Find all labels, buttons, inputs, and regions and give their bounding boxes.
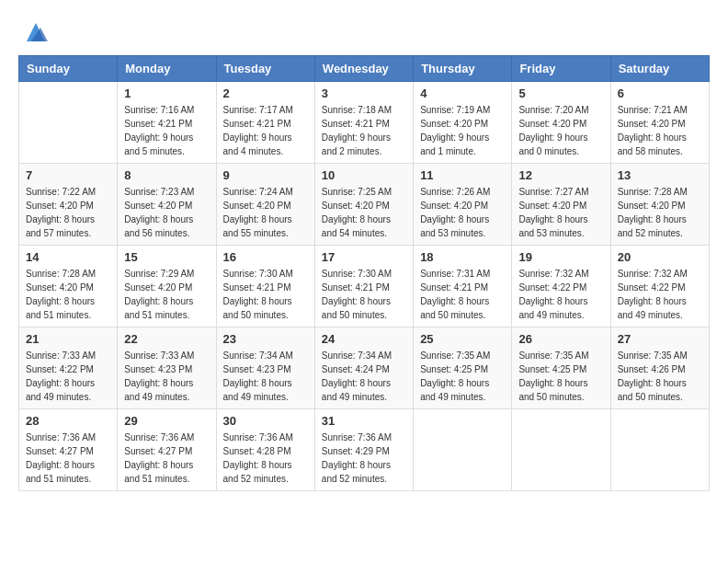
calendar-day-cell: [19, 82, 118, 164]
day-of-week-header: Sunday: [19, 56, 118, 82]
day-info: Sunrise: 7:28 AM Sunset: 4:20 PM Dayligh…: [618, 185, 702, 240]
calendar-day-cell: 15 Sunrise: 7:29 AM Sunset: 4:20 PM Dayl…: [118, 246, 216, 327]
day-info: Sunrise: 7:18 AM Sunset: 4:21 PM Dayligh…: [322, 103, 406, 158]
day-number: 30: [223, 414, 308, 428]
calendar-day-cell: 3 Sunrise: 7:18 AM Sunset: 4:21 PM Dayli…: [314, 82, 413, 164]
calendar-day-cell: 28 Sunrise: 7:36 AM Sunset: 4:27 PM Dayl…: [19, 409, 118, 491]
calendar-day-cell: 7 Sunrise: 7:22 AM Sunset: 4:20 PM Dayli…: [19, 164, 118, 246]
day-info: Sunrise: 7:29 AM Sunset: 4:20 PM Dayligh…: [124, 267, 209, 322]
calendar-day-cell: 12 Sunrise: 7:27 AM Sunset: 4:20 PM Dayl…: [512, 164, 610, 246]
day-number: 10: [322, 168, 406, 182]
calendar-week-row: 7 Sunrise: 7:22 AM Sunset: 4:20 PM Dayli…: [19, 164, 710, 246]
day-info: Sunrise: 7:27 AM Sunset: 4:20 PM Dayligh…: [518, 185, 603, 240]
day-number: 24: [322, 332, 406, 346]
calendar-day-cell: 4 Sunrise: 7:19 AM Sunset: 4:20 PM Dayli…: [414, 82, 512, 164]
calendar-day-cell: 30 Sunrise: 7:36 AM Sunset: 4:28 PM Dayl…: [216, 409, 314, 491]
logo-icon: [22, 18, 50, 46]
calendar-day-cell: 5 Sunrise: 7:20 AM Sunset: 4:20 PM Dayli…: [512, 82, 610, 164]
day-info: Sunrise: 7:36 AM Sunset: 4:27 PM Dayligh…: [26, 431, 110, 486]
day-number: 5: [518, 86, 603, 100]
day-info: Sunrise: 7:36 AM Sunset: 4:27 PM Dayligh…: [124, 431, 209, 486]
calendar-day-cell: 27 Sunrise: 7:35 AM Sunset: 4:26 PM Dayl…: [610, 327, 709, 409]
day-of-week-header: Tuesday: [216, 56, 314, 82]
calendar-week-row: 28 Sunrise: 7:36 AM Sunset: 4:27 PM Dayl…: [19, 409, 710, 491]
calendar-day-cell: 20 Sunrise: 7:32 AM Sunset: 4:22 PM Dayl…: [610, 246, 709, 327]
calendar-day-cell: 21 Sunrise: 7:33 AM Sunset: 4:22 PM Dayl…: [19, 327, 118, 409]
calendar-day-cell: 23 Sunrise: 7:34 AM Sunset: 4:23 PM Dayl…: [216, 327, 314, 409]
day-number: 12: [518, 168, 603, 182]
page-header: [18, 18, 710, 46]
day-number: 20: [618, 250, 702, 264]
calendar-day-cell: 1 Sunrise: 7:16 AM Sunset: 4:21 PM Dayli…: [118, 82, 216, 164]
day-info: Sunrise: 7:21 AM Sunset: 4:20 PM Dayligh…: [618, 103, 702, 158]
day-number: 2: [223, 86, 308, 100]
day-info: Sunrise: 7:32 AM Sunset: 4:22 PM Dayligh…: [618, 267, 702, 322]
day-of-week-header: Monday: [118, 56, 216, 82]
day-info: Sunrise: 7:33 AM Sunset: 4:22 PM Dayligh…: [26, 349, 110, 404]
day-info: Sunrise: 7:33 AM Sunset: 4:23 PM Dayligh…: [124, 349, 209, 404]
calendar-day-cell: 6 Sunrise: 7:21 AM Sunset: 4:20 PM Dayli…: [610, 82, 709, 164]
day-number: 4: [420, 86, 505, 100]
calendar-day-cell: 14 Sunrise: 7:28 AM Sunset: 4:20 PM Dayl…: [19, 246, 118, 327]
day-number: 28: [26, 414, 110, 428]
calendar-day-cell: 26 Sunrise: 7:35 AM Sunset: 4:25 PM Dayl…: [512, 327, 610, 409]
day-number: 15: [124, 250, 209, 264]
calendar-day-cell: 13 Sunrise: 7:28 AM Sunset: 4:20 PM Dayl…: [610, 164, 709, 246]
day-number: 11: [420, 168, 505, 182]
day-info: Sunrise: 7:19 AM Sunset: 4:20 PM Dayligh…: [420, 103, 505, 158]
calendar-day-cell: 8 Sunrise: 7:23 AM Sunset: 4:20 PM Dayli…: [118, 164, 216, 246]
day-number: 21: [26, 332, 110, 346]
day-number: 9: [223, 168, 308, 182]
calendar-day-cell: 24 Sunrise: 7:34 AM Sunset: 4:24 PM Dayl…: [314, 327, 413, 409]
day-of-week-header: Wednesday: [314, 56, 413, 82]
calendar-day-cell: 22 Sunrise: 7:33 AM Sunset: 4:23 PM Dayl…: [118, 327, 216, 409]
day-info: Sunrise: 7:36 AM Sunset: 4:29 PM Dayligh…: [322, 431, 406, 486]
day-number: 18: [420, 250, 505, 264]
day-number: 23: [223, 332, 308, 346]
day-info: Sunrise: 7:17 AM Sunset: 4:21 PM Dayligh…: [223, 103, 308, 158]
day-number: 6: [618, 86, 702, 100]
day-info: Sunrise: 7:31 AM Sunset: 4:21 PM Dayligh…: [420, 267, 505, 322]
day-info: Sunrise: 7:30 AM Sunset: 4:21 PM Dayligh…: [223, 267, 308, 322]
day-info: Sunrise: 7:35 AM Sunset: 4:25 PM Dayligh…: [518, 349, 603, 404]
day-info: Sunrise: 7:20 AM Sunset: 4:20 PM Dayligh…: [518, 103, 603, 158]
day-info: Sunrise: 7:28 AM Sunset: 4:20 PM Dayligh…: [26, 267, 110, 322]
day-number: 27: [618, 332, 702, 346]
calendar-day-cell: 11 Sunrise: 7:26 AM Sunset: 4:20 PM Dayl…: [414, 164, 512, 246]
day-info: Sunrise: 7:24 AM Sunset: 4:20 PM Dayligh…: [223, 185, 308, 240]
day-number: 7: [26, 168, 110, 182]
day-number: 25: [420, 332, 505, 346]
day-info: Sunrise: 7:25 AM Sunset: 4:20 PM Dayligh…: [322, 185, 406, 240]
day-info: Sunrise: 7:23 AM Sunset: 4:20 PM Dayligh…: [124, 185, 209, 240]
day-number: 14: [26, 250, 110, 264]
day-number: 26: [518, 332, 603, 346]
logo: [18, 18, 50, 46]
calendar-day-cell: 10 Sunrise: 7:25 AM Sunset: 4:20 PM Dayl…: [314, 164, 413, 246]
day-number: 1: [124, 86, 209, 100]
day-number: 17: [322, 250, 406, 264]
calendar-day-cell: 9 Sunrise: 7:24 AM Sunset: 4:20 PM Dayli…: [216, 164, 314, 246]
calendar-day-cell: 29 Sunrise: 7:36 AM Sunset: 4:27 PM Dayl…: [118, 409, 216, 491]
calendar-day-cell: 19 Sunrise: 7:32 AM Sunset: 4:22 PM Dayl…: [512, 246, 610, 327]
calendar-day-cell: [512, 409, 610, 491]
day-of-week-header: Friday: [512, 56, 610, 82]
calendar-day-cell: [610, 409, 709, 491]
calendar-day-cell: 18 Sunrise: 7:31 AM Sunset: 4:21 PM Dayl…: [414, 246, 512, 327]
day-of-week-header: Saturday: [610, 56, 709, 82]
day-number: 13: [618, 168, 702, 182]
day-info: Sunrise: 7:34 AM Sunset: 4:23 PM Dayligh…: [223, 349, 308, 404]
calendar-table: SundayMondayTuesdayWednesdayThursdayFrid…: [18, 55, 710, 491]
day-info: Sunrise: 7:16 AM Sunset: 4:21 PM Dayligh…: [124, 103, 209, 158]
day-number: 3: [322, 86, 406, 100]
calendar-week-row: 1 Sunrise: 7:16 AM Sunset: 4:21 PM Dayli…: [19, 82, 710, 164]
day-number: 19: [518, 250, 603, 264]
calendar-day-cell: 17 Sunrise: 7:30 AM Sunset: 4:21 PM Dayl…: [314, 246, 413, 327]
day-number: 8: [124, 168, 209, 182]
day-info: Sunrise: 7:32 AM Sunset: 4:22 PM Dayligh…: [518, 267, 603, 322]
calendar-header-row: SundayMondayTuesdayWednesdayThursdayFrid…: [19, 56, 710, 82]
calendar-day-cell: 16 Sunrise: 7:30 AM Sunset: 4:21 PM Dayl…: [216, 246, 314, 327]
calendar-day-cell: 31 Sunrise: 7:36 AM Sunset: 4:29 PM Dayl…: [314, 409, 413, 491]
day-number: 16: [223, 250, 308, 264]
day-info: Sunrise: 7:35 AM Sunset: 4:25 PM Dayligh…: [420, 349, 505, 404]
calendar-week-row: 14 Sunrise: 7:28 AM Sunset: 4:20 PM Dayl…: [19, 246, 710, 327]
